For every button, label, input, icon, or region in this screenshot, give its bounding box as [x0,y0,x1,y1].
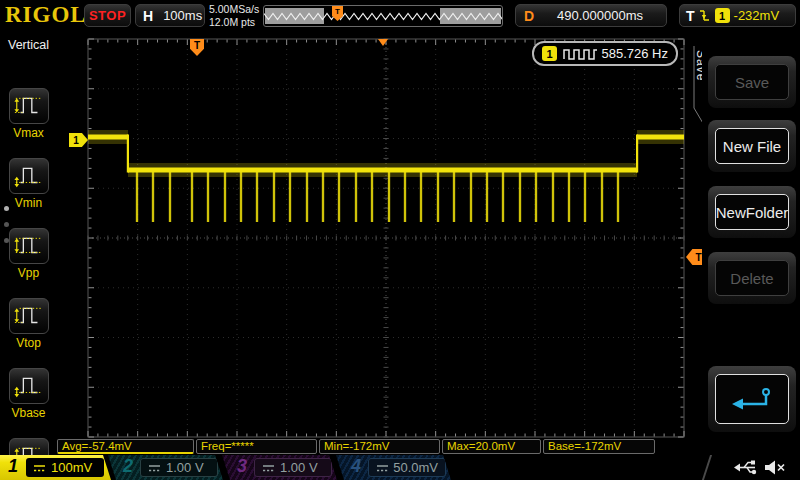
speaker-muted-icon[interactable] [763,458,787,477]
menu-page-dot-active [4,206,9,211]
freq-counter-channel-badge: 1 [542,46,557,61]
channel-2-scale: 1.00 V [166,460,204,475]
channel-1-scale-box: 100mV [26,458,104,477]
delay-value: 490.000000ms [534,8,666,23]
channel-3-number: 3 [237,456,247,477]
channel-3-tab[interactable]: 3 1.00 V [220,455,338,480]
measure-item-vmin[interactable]: Vmin [0,158,57,210]
measurement-base: Base=-172mV [543,439,655,454]
delay-center-indicator-icon [378,39,388,46]
trigger-level-value: -232mV [734,8,780,23]
channel-4-scale-box: 50.0mV [368,458,446,477]
sample-rate: 5.00MSa/s [209,3,259,16]
channel-2-tab[interactable]: 2 1.00 V [106,455,224,480]
measure-item-vtop[interactable]: Vtop [0,298,57,350]
vpp-measure-icon [13,229,45,263]
dc-coupling-icon [376,463,388,473]
avg-value: Avg=-57.4mV [62,440,132,452]
channel-1-tab[interactable]: 1 100mV [0,455,112,480]
channel-3-scale: 1.00 V [280,460,318,475]
measure-menu: Vertical Vmax Vmin Vpp Vtop Vbase Vamp [0,32,57,455]
measurement-min: Min=-172mV [319,439,440,454]
channel-2-scale-box: 1.00 V [140,458,218,477]
dc-coupling-icon [33,463,46,473]
return-arrow-icon [726,386,778,412]
new-folder-button[interactable]: NewFolder [708,186,796,238]
top-status-bar: RIGOL STOP H 100ms 5.00MSa/s 12.0M pts T… [0,0,800,33]
freq-value: Freq=***** [201,440,254,452]
menu-page-dot [4,238,9,243]
min-value: Min=-172mV [324,440,390,452]
trigger-label: T [686,8,695,24]
channel-1-number: 1 [8,456,18,477]
new-folder-button-label: NewFolder [715,194,789,230]
dc-coupling-icon [262,463,275,473]
delete-button[interactable]: Delete [708,252,796,304]
trigger-position-letter: T [194,40,200,51]
channel-4-scale: 50.0mV [393,460,438,475]
waveform-display: T 1 T 1 585.726 Hz [57,32,702,438]
vmax-label: Vmax [0,126,57,140]
freq-counter-value: 585.726 Hz [602,46,669,61]
max-value: Max=20.0mV [447,440,515,452]
delete-button-label: Delete [715,260,789,296]
base-value: Base=-172mV [548,440,621,452]
delay-label: D [524,8,534,24]
measure-item-vmax[interactable]: Vmax [0,88,57,140]
oscilloscope-screen: RIGOL STOP H 100ms 5.00MSa/s 12.0M pts T… [0,0,800,480]
timebase-value: 100ms [163,8,202,23]
thumbnail-waveform: T [264,6,502,26]
channel-1-scale: 100mV [51,460,92,475]
trigger-status-box[interactable]: T 1 -232mV [679,4,796,27]
channel-status-bar: 1 100mV 2 1.00 V 3 [0,455,800,480]
channel-4-tab[interactable]: 4 50.0mV [334,455,452,480]
rigol-logo: RIGOL [5,2,87,28]
run-state-indicator[interactable]: STOP [84,4,131,27]
vbase-label: Vbase [0,406,57,420]
vpp-label: Vpp [0,266,57,280]
vmin-measure-icon [13,159,45,193]
frequency-counter-readout: 1 585.726 Hz [532,41,678,66]
save-softkey-menu: Save New File NewFolder Delete [702,32,800,455]
channel1-marker-number: 1 [73,135,79,146]
memory-depth: 12.0M pts [209,16,259,29]
usb-icon[interactable] [733,458,759,477]
svg-text:T: T [335,7,340,16]
run-state-label: STOP [89,8,126,23]
new-file-button-label: New File [715,128,789,164]
measurement-max: Max=20.0mV [442,439,541,454]
square-wave-icon [562,47,597,61]
channel-4-number: 4 [351,456,361,477]
vmax-measure-icon [13,89,45,123]
vtop-label: Vtop [0,336,57,350]
vbase-measure-icon [13,369,45,403]
measure-item-vbase[interactable]: Vbase [0,368,57,420]
status-bar-divider [702,455,712,480]
measure-item-vpp[interactable]: Vpp [0,228,57,280]
horizontal-timebase-box[interactable]: H 100ms [135,4,205,27]
horizontal-label: H [143,8,153,24]
trigger-source-badge: 1 [715,8,730,23]
channel-3-scale-box: 1.00 V [254,458,332,477]
measurement-avg: Avg=-57.4mV [57,439,194,454]
new-file-button[interactable]: New File [708,120,796,172]
save-button-label: Save [715,64,789,100]
menu-page-dot [4,222,9,227]
trigger-delay-box[interactable]: D 490.000000ms [515,4,667,27]
waveform-overview-thumbnail[interactable]: T [263,5,503,27]
return-button[interactable] [708,366,796,432]
trigger-level-letter: T [695,252,701,263]
channel-2-number: 2 [123,456,133,477]
measurement-freq: Freq=***** [196,439,317,454]
save-button[interactable]: Save [708,56,796,108]
acquisition-info: 5.00MSa/s 12.0M pts [209,3,259,29]
scope-grid-and-trace [57,32,702,438]
dc-coupling-icon [148,463,161,473]
falling-edge-icon [699,8,711,23]
measure-menu-title: Vertical [0,38,57,52]
vtop-measure-icon [13,299,45,333]
